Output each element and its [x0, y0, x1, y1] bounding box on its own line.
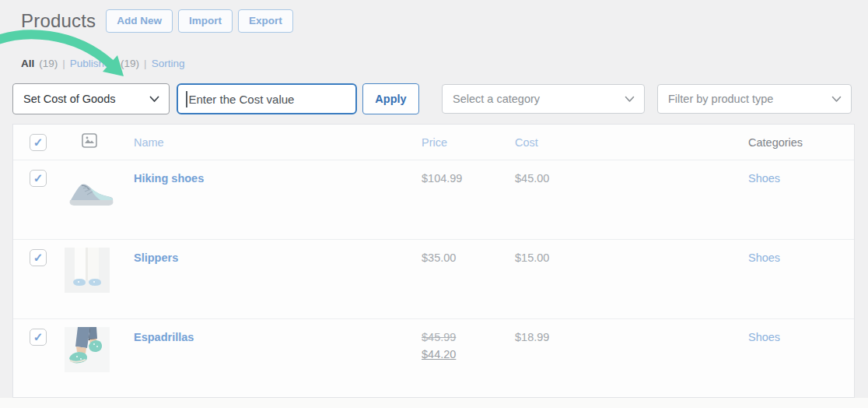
product-type-filter-select[interactable]: Filter by product type: [657, 84, 852, 114]
check-icon: ✓: [33, 135, 44, 149]
row-checkbox[interactable]: ✓: [30, 170, 47, 187]
export-button[interactable]: Export: [238, 9, 293, 33]
product-thumbnail-espadrillas[interactable]: [65, 327, 110, 372]
page-footer-area: [0, 398, 868, 408]
view-filter-links: All (19) | Published (19) | Sorting: [21, 58, 184, 69]
page-title: Products: [21, 10, 96, 32]
import-button[interactable]: Import: [178, 9, 233, 33]
row-checkbox[interactable]: ✓: [30, 329, 47, 346]
product-thumbnail-slippers[interactable]: [65, 248, 110, 293]
bulk-action-selected-value: Set Cost of Goods: [23, 93, 115, 105]
column-header-categories: Categories: [748, 136, 854, 149]
product-name-link[interactable]: Hiking shoes: [134, 170, 204, 185]
view-all-link[interactable]: All: [21, 58, 34, 69]
product-category-link[interactable]: Shoes: [748, 329, 780, 343]
view-published-link[interactable]: Published: [70, 58, 116, 69]
product-cost: $45.00: [515, 170, 748, 185]
product-category-link[interactable]: Shoes: [748, 249, 780, 264]
product-category-link[interactable]: Shoes: [748, 170, 780, 185]
view-separator: |: [144, 58, 147, 69]
check-icon: ✓: [33, 171, 44, 185]
cost-value-input[interactable]: Enter the Cost value: [177, 83, 357, 114]
apply-button[interactable]: Apply: [362, 83, 419, 114]
column-header-name[interactable]: Name: [134, 136, 422, 149]
product-cost: $15.00: [515, 249, 748, 264]
bulk-action-select[interactable]: Set Cost of Goods: [12, 83, 170, 114]
product-thumbnail-hiking-shoes[interactable]: [66, 176, 116, 210]
select-all-checkbox[interactable]: ✓: [30, 134, 47, 151]
chevron-down-icon: [831, 96, 842, 103]
check-icon: ✓: [33, 251, 44, 265]
cost-input-placeholder: Enter the Cost value: [189, 93, 295, 106]
product-price-sale: $44.20: [422, 348, 515, 361]
table-row: ✓ Slippers $35.00 $15.00 Shoes: [13, 239, 854, 318]
row-checkbox[interactable]: ✓: [30, 249, 47, 266]
table-row: ✓ Espadrillas $45.99 $44.20 $18.99 Shoes: [13, 318, 854, 398]
image-column-icon: [82, 133, 97, 148]
column-header-price[interactable]: Price: [422, 136, 515, 149]
apply-button-label: Apply: [375, 93, 406, 105]
view-all-count: (19): [39, 58, 58, 69]
product-price: $104.99: [422, 170, 515, 185]
product-cost: $18.99: [515, 329, 748, 343]
view-separator: |: [62, 58, 65, 69]
check-icon: ✓: [33, 330, 44, 344]
table-row: ✓ Hiking shoes $104.99 $45.00 Shoes: [13, 160, 854, 239]
text-cursor: [186, 91, 187, 107]
product-name-link[interactable]: Slippers: [134, 249, 178, 264]
product-type-filter-value: Filter by product type: [668, 93, 773, 105]
view-published-count: (19): [121, 58, 139, 69]
page-header: Products Add New Import Export: [21, 9, 293, 33]
column-header-cost[interactable]: Cost: [515, 136, 748, 149]
table-header-row: ✓ Name Price Cost Categories: [13, 125, 854, 160]
chevron-down-icon: [149, 96, 159, 103]
chevron-down-icon: [625, 96, 635, 103]
product-price-regular: $45.99: [422, 331, 515, 343]
view-sorting-link[interactable]: Sorting: [152, 58, 185, 69]
product-price: $35.00: [422, 249, 515, 264]
products-table: ✓ Name Price Cost Categories ✓: [12, 124, 855, 398]
category-filter-select[interactable]: Select a category: [442, 84, 645, 114]
category-filter-value: Select a category: [453, 93, 540, 105]
add-new-button[interactable]: Add New: [106, 9, 173, 33]
product-name-link[interactable]: Espadrillas: [134, 329, 194, 343]
